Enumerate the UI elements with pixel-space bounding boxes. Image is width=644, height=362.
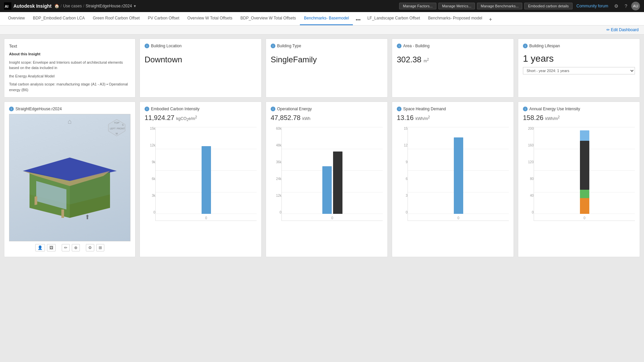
embodied-bar-chart: 15k12k9k6k3k0 0 (145, 127, 257, 221)
area-card: i Area - Building 302.38 m2 (392, 39, 514, 98)
lifespan-card-title: i Building Lifespan (523, 44, 635, 48)
lifespan-info-icon[interactable]: i (523, 44, 528, 48)
embodied-card-title: i Embodied Carbon Intensity (145, 107, 257, 111)
type-card-title: i Building Type (271, 44, 383, 48)
annual-x-label: 0 (534, 216, 635, 220)
svg-text:AI: AI (5, 4, 8, 8)
model-viewport[interactable]: ⌂ TOP FRONT LEFT W S (9, 114, 130, 241)
svg-text:LEFT: LEFT (110, 127, 116, 130)
embodied-title-label: Embodied Carbon Intensity (151, 107, 200, 111)
model-tool-grid[interactable]: ⊞ (96, 244, 104, 251)
current-project-label[interactable]: StraightEdgeHouse.r2024 (86, 4, 132, 8)
model-3d-svg (9, 127, 130, 228)
embodied-bars-area: 0 (155, 127, 257, 221)
edit-bar: ✏ Edit Dashboard (0, 25, 644, 35)
tab-green-roof[interactable]: Green Roof Carbon Offset (89, 12, 144, 25)
edit-dashboard-button[interactable]: ✏ Edit Dashboard (606, 27, 639, 32)
annual-info-icon[interactable]: i (523, 107, 528, 111)
location-value: Downtown (145, 55, 257, 65)
text-heading: About this Insight (9, 51, 130, 57)
embodied-carbon-button[interactable]: Embodied carbon details (524, 3, 572, 9)
type-title-label: Building Type (277, 44, 301, 48)
manage-metrics-button[interactable]: Manage Metrics... (438, 3, 475, 9)
operational-y-axis: 60k48k36k24k12k0 (271, 127, 281, 221)
embodied-card: i Embodied Carbon Intensity 11,924.27 kg… (140, 102, 262, 257)
area-title-label: Area - Building (403, 44, 430, 48)
annual-bar-dark (580, 141, 589, 189)
home-icon[interactable]: 🏠 (54, 4, 59, 8)
nav-cube[interactable]: TOP FRONT LEFT W S (107, 118, 127, 139)
lifespan-card: i Building Lifespan 1 years Short - year… (518, 39, 640, 98)
lifespan-title-label: Building Lifespan (529, 44, 560, 48)
model-tool-transform[interactable]: ⊕ (72, 244, 80, 251)
text-title-label: Text (9, 44, 17, 49)
tab-lf-landscape[interactable]: LF_Landscape Carbon Offset (363, 12, 424, 25)
embodied-chart: 15k12k9k6k3k0 0 (145, 124, 257, 252)
text-line3: Total carbon analysis scope: manufacturi… (9, 81, 130, 93)
location-card: i Building Location Downtown (140, 39, 262, 98)
tab-pv[interactable]: PV Carbon Offset (144, 12, 183, 25)
embodied-bar-blue (202, 146, 211, 214)
type-info-icon[interactable]: i (271, 44, 275, 48)
tab-more-icon[interactable]: ••• (353, 14, 363, 25)
svg-text:S: S (122, 124, 124, 126)
operational-info-icon[interactable]: i (271, 107, 275, 111)
community-forum-button[interactable]: Community forum (575, 3, 610, 9)
annual-title-label: Annual Energy Use Intensity (529, 107, 580, 111)
chevron-down-icon[interactable]: ▾ (134, 4, 136, 8)
tab-add-icon[interactable]: + (486, 14, 495, 25)
breadcrumb-sep: / (61, 4, 62, 8)
tab-bdp-lca[interactable]: BDP_Embodied Carbon LCA (29, 12, 89, 25)
tab-overview-total[interactable]: Overview W Total Offsets (183, 12, 236, 25)
embodied-info-icon[interactable]: i (145, 107, 149, 111)
annual-bar-green (580, 190, 589, 198)
operational-bars-area: 0 (281, 127, 383, 221)
text-card-title: Text (9, 44, 130, 49)
svg-text:FRONT: FRONT (117, 127, 125, 130)
model-tool-settings[interactable]: ⚙ (86, 244, 94, 251)
use-cases-link[interactable]: Use cases (63, 4, 82, 8)
annual-card-title: i Annual Energy Use Intensity (523, 107, 635, 111)
operational-bar-dark (333, 152, 342, 214)
area-info-icon[interactable]: i (397, 44, 401, 48)
model-card-title: i StraightEdgeHouse.r2024 (9, 107, 130, 111)
model-info-icon[interactable]: i (9, 107, 14, 111)
location-info-icon[interactable]: i (145, 44, 149, 48)
heating-bar-chart: 15129630 0 (397, 127, 509, 221)
tab-benchmarks-proposed[interactable]: Benchmarks- Proposed model (424, 12, 486, 25)
text-card: Text About this Insight Insight scope: E… (4, 39, 136, 98)
operational-card-title: i Operational Energy (271, 107, 383, 111)
logo-area: AI Autodesk Insight (4, 2, 52, 10)
manage-factors-button[interactable]: Manage Factors... (399, 3, 436, 9)
operational-title-label: Operational Energy (277, 107, 312, 111)
model-card: i StraightEdgeHouse.r2024 ⌂ TOP FRONT LE… (4, 102, 136, 257)
heating-info-icon[interactable]: i (397, 107, 401, 111)
model-tool-edit[interactable]: ✏ (62, 244, 70, 251)
tab-overview[interactable]: Overview (4, 12, 29, 25)
heating-chart: 15129630 0 (397, 124, 509, 252)
heating-bars-wrapper (408, 127, 509, 214)
tab-bdp-overview[interactable]: BDP_Overview W Total Offsets (236, 12, 300, 25)
operational-value: 47,852.78 kWh (271, 114, 383, 122)
heating-title-label: Space Heating Demand (403, 107, 446, 111)
breadcrumb-sep2: / (83, 4, 84, 8)
model-toolbar: 👤 🖼 ✏ ⊕ ⚙ ⊞ (9, 241, 130, 252)
embodied-value: 11,924.27 kgCO2e/m2 (145, 114, 257, 122)
annual-card: i Annual Energy Use Intensity 158.26 kWh… (518, 102, 640, 257)
tab-benchmarks-base[interactable]: Benchmarks- Basemodel (300, 12, 353, 25)
heating-x-label: 0 (408, 216, 509, 220)
model-tool-image[interactable]: 🖼 (47, 244, 56, 251)
svg-rect-14 (35, 196, 37, 205)
home-3d-icon: ⌂ (68, 118, 72, 125)
lifespan-value: 1 years (523, 53, 635, 64)
svg-text:W: W (116, 132, 118, 135)
manage-benchmarks-button[interactable]: Manage Benchmarks... (477, 3, 522, 9)
gear-icon[interactable]: ⚙ (612, 3, 621, 9)
lifespan-select[interactable]: Short - year 2024: 1 years (523, 67, 635, 74)
help-icon[interactable]: ? (623, 3, 629, 9)
model-tool-person[interactable]: 👤 (35, 244, 45, 251)
operational-bar-chart: 60k48k36k24k12k0 0 (271, 127, 383, 221)
annual-bar-chart: 20016012080400 0 (523, 127, 635, 221)
avatar[interactable]: AU (631, 2, 640, 10)
cursor-icon: ⬆ (85, 214, 90, 221)
